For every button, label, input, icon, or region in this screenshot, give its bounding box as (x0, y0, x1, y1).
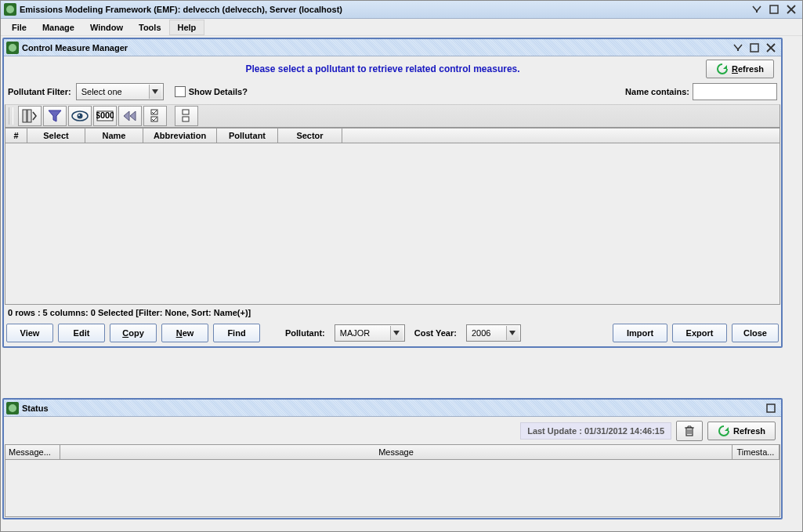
status-col-timestamp[interactable]: Timesta... (732, 445, 779, 459)
col-name[interactable]: Name (85, 128, 143, 143)
cmc-close-button[interactable] (763, 41, 779, 55)
svg-point-7 (78, 114, 83, 119)
status-col-msg-short[interactable]: Message... (5, 445, 60, 459)
menu-bar: File Manage Window Tools Help (1, 19, 802, 36)
status-table-header: Message... Message Timesta... (5, 444, 780, 460)
col-abbreviation[interactable]: Abbreviation (143, 128, 217, 143)
cost-year-combo[interactable]: 2006 (466, 324, 521, 342)
app-title: Emissions Modeling Framework (EMF): delv… (20, 5, 749, 14)
status-refresh-button[interactable]: Refresh (707, 422, 776, 440)
find-button[interactable]: Find (213, 324, 260, 342)
menu-help[interactable]: Help (169, 20, 205, 35)
cmc-toolbar: $000 (5, 104, 780, 128)
menu-file[interactable]: File (4, 20, 34, 34)
cmc-title: Control Measure Manager (22, 43, 730, 52)
svg-rect-4 (23, 110, 27, 122)
svg-point-8 (78, 114, 80, 116)
cmc-filter-row: Pollutant Filter: Select one Show Detail… (5, 81, 780, 103)
pollutant-filter-combo[interactable]: Select one (76, 83, 164, 100)
tb-clear-all-button[interactable] (175, 106, 198, 126)
svg-text:$000: $000 (96, 110, 114, 120)
close-icon (765, 42, 776, 53)
uncheck-all-icon (182, 109, 191, 123)
close-button[interactable] (783, 2, 799, 16)
col-pollutant[interactable]: Pollutant (217, 128, 278, 143)
menu-window[interactable]: Window (82, 20, 131, 34)
status-table-body[interactable] (5, 460, 780, 517)
svg-rect-0 (756, 11, 758, 13)
cmc-table-body[interactable] (5, 143, 780, 305)
status-title-bar: Status (4, 400, 781, 417)
maximize-icon (749, 42, 760, 53)
cmc-instruction: Please select a pollutant to retrieve re… (60, 63, 706, 74)
close-button[interactable]: Close (732, 324, 779, 342)
close-icon (786, 4, 797, 15)
control-measure-manager-frame: Control Measure Manager (2, 38, 783, 348)
status-title: Status (22, 404, 763, 413)
maximize-icon (769, 4, 779, 15)
mdi-area: Control Measure Manager (1, 36, 802, 531)
import-button[interactable]: Import (613, 324, 667, 342)
cmc-minimize-button[interactable] (730, 41, 746, 55)
col-sector[interactable]: Sector (278, 128, 342, 143)
pollutant-filter-label: Pollutant Filter: (8, 87, 71, 96)
tb-columns-button[interactable] (18, 106, 42, 126)
tb-view-button[interactable] (68, 106, 92, 126)
export-button[interactable]: Export (672, 324, 727, 342)
new-button[interactable]: New (161, 324, 208, 342)
status-maximize-button[interactable] (763, 401, 779, 415)
view-button[interactable]: View (6, 324, 53, 342)
cmc-bottom-row: View Edit Copy New Find Pollutant: MAJOR… (5, 320, 780, 346)
svg-rect-13 (183, 110, 189, 114)
cmc-maximize-button[interactable] (747, 41, 762, 55)
chevron-down-icon (149, 85, 161, 99)
app-title-bar: Emissions Modeling Framework (EMF): delv… (1, 1, 802, 19)
tb-cost-button[interactable]: $000 (93, 106, 117, 126)
minimize-button[interactable] (749, 2, 765, 16)
status-clear-button[interactable] (676, 421, 703, 441)
pollutant-label: Pollutant: (285, 328, 325, 338)
maximize-icon (765, 403, 776, 414)
tb-reset-button[interactable] (118, 106, 142, 126)
refresh-icon (716, 63, 729, 75)
show-details-checkbox[interactable]: Show Details? (175, 86, 248, 97)
svg-rect-14 (183, 117, 189, 121)
main-window: Emissions Modeling Framework (EMF): delv… (0, 0, 803, 532)
cmc-status-text: 0 rows : 5 columns: 0 Selected [Filter: … (5, 305, 780, 320)
status-top-row: Last Update : 01/31/2012 14:46:15 Refres… (5, 418, 780, 444)
tb-select-all-button[interactable] (143, 106, 167, 126)
trash-icon (684, 425, 695, 437)
dollar-icon: $000 (96, 110, 114, 121)
svg-rect-5 (27, 110, 31, 122)
toolbar-handle-icon (9, 107, 13, 125)
maximize-button[interactable] (766, 2, 782, 16)
chevron-down-icon (390, 326, 403, 340)
columns-icon (22, 109, 38, 123)
svg-rect-15 (767, 404, 775, 412)
col-select[interactable]: Select (27, 128, 85, 143)
name-contains-label: Name contains: (625, 87, 689, 96)
cmc-refresh-button[interactable]: Refresh (706, 60, 774, 78)
eye-icon (71, 110, 89, 121)
app-icon (4, 3, 16, 16)
name-contains-input[interactable] (693, 83, 777, 100)
status-icon (6, 402, 19, 414)
menu-tools[interactable]: Tools (131, 20, 169, 34)
menu-manage[interactable]: Manage (34, 20, 82, 34)
col-rownum[interactable]: # (5, 128, 27, 143)
svg-rect-2 (737, 49, 739, 51)
refresh-icon (718, 425, 730, 437)
edit-button[interactable]: Edit (58, 324, 105, 342)
tb-filter-button[interactable] (43, 106, 67, 126)
check-all-icon (150, 109, 160, 123)
copy-button[interactable]: Copy (110, 324, 157, 342)
minimize-icon (751, 4, 762, 15)
minimize-icon (732, 42, 743, 53)
cost-year-label: Cost Year: (414, 328, 457, 338)
status-col-msg[interactable]: Message (60, 445, 732, 459)
checkbox-icon (175, 86, 186, 97)
funnel-icon (48, 110, 62, 122)
cmc-top-row: Please select a pollutant to retrieve re… (5, 57, 780, 81)
status-frame: Status Last Update : 01/31/2012 14:46:15 (2, 398, 783, 519)
pollutant-combo[interactable]: MAJOR (335, 324, 405, 342)
